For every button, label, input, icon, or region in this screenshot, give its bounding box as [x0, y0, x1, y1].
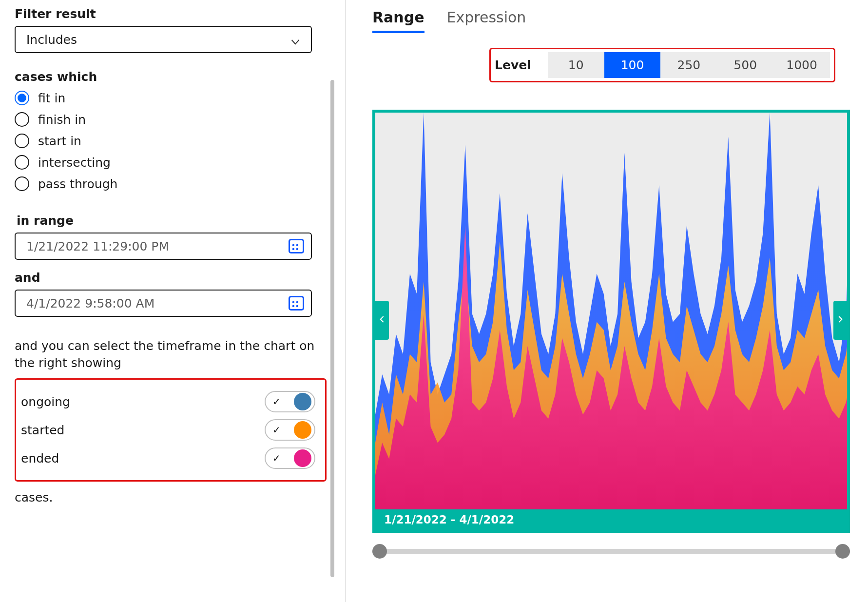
toggle-knob — [294, 421, 311, 439]
radio-label: finish in — [38, 113, 86, 127]
level-selector: Level 101002505001000 — [489, 48, 835, 82]
chart-range-text: 1/21/2022 - 4/1/2022 — [384, 513, 514, 526]
toggle-switch[interactable]: ✓ — [265, 447, 315, 469]
toggle-knob — [294, 393, 311, 410]
chart-range-band: 1/21/2022 - 4/1/2022 — [375, 509, 847, 530]
chart-nav-left[interactable] — [375, 301, 389, 340]
range-to-value: 4/1/2022 9:58:00 AM — [26, 296, 154, 311]
check-icon: ✓ — [272, 452, 281, 464]
chevron-left-icon — [378, 313, 386, 327]
level-option-250[interactable]: 250 — [660, 52, 717, 78]
radio-option-start-in[interactable]: start in — [15, 134, 330, 148]
range-to-field[interactable]: 4/1/2022 9:58:00 AM — [15, 290, 312, 317]
level-option-10[interactable]: 10 — [548, 52, 604, 78]
level-option-1000[interactable]: 1000 — [773, 52, 830, 78]
timeframe-slider[interactable] — [372, 545, 850, 557]
radio-option-fit-in[interactable]: fit in — [15, 91, 330, 105]
scrollbar[interactable] — [330, 80, 334, 577]
series-toggle-ended: ended✓ — [21, 444, 315, 472]
radio-option-intersecting[interactable]: intersecting — [15, 155, 330, 170]
toggle-label: ended — [21, 451, 59, 466]
level-label: Level — [495, 58, 531, 72]
radio-icon — [15, 155, 29, 170]
timeframe-chart[interactable]: 1/21/2022 - 4/1/2022 — [372, 110, 850, 533]
chevron-down-icon — [290, 36, 300, 45]
and-label: and — [15, 271, 330, 285]
radio-icon — [15, 134, 29, 148]
calendar-icon[interactable] — [289, 239, 304, 253]
slider-thumb-start[interactable] — [372, 544, 387, 559]
series-toggle-started: started✓ — [21, 416, 315, 444]
radio-option-finish-in[interactable]: finish in — [15, 112, 330, 127]
chart-nav-right[interactable] — [833, 301, 847, 340]
toggle-switch[interactable]: ✓ — [265, 419, 315, 441]
check-icon: ✓ — [272, 424, 281, 436]
check-icon: ✓ — [272, 396, 281, 408]
filter-result-label: Filter result — [15, 7, 330, 21]
slider-track — [372, 549, 850, 554]
toggle-knob — [294, 449, 311, 467]
toggle-switch[interactable]: ✓ — [265, 391, 315, 412]
radio-label: pass through — [38, 177, 117, 191]
chevron-right-icon — [836, 313, 844, 327]
range-from-field[interactable]: 1/21/2022 11:29:00 PM — [15, 233, 312, 260]
range-from-value: 1/21/2022 11:29:00 PM — [26, 239, 169, 253]
series-toggle-ongoing: ongoing✓ — [21, 388, 315, 416]
tab-range[interactable]: Range — [372, 9, 424, 33]
calendar-icon[interactable] — [289, 296, 304, 311]
radio-option-pass-through[interactable]: pass through — [15, 176, 330, 191]
in-range-label: in range — [17, 214, 330, 228]
level-option-100[interactable]: 100 — [604, 52, 661, 78]
level-option-500[interactable]: 500 — [717, 52, 773, 78]
series-toggle-group: ongoing✓started✓ended✓ — [15, 378, 327, 482]
radio-icon — [15, 112, 29, 127]
toggle-label: ongoing — [21, 395, 70, 409]
radio-icon — [15, 176, 29, 191]
radio-label: fit in — [38, 91, 65, 105]
radio-label: intersecting — [38, 155, 111, 170]
filter-result-select[interactable]: Includes — [15, 26, 312, 53]
toggle-label: started — [21, 423, 64, 437]
tab-expression[interactable]: Expression — [447, 9, 526, 33]
radio-icon — [15, 91, 29, 105]
slider-thumb-end[interactable] — [835, 544, 850, 559]
cases-word: cases. — [15, 490, 330, 505]
cases-which-label: cases which — [15, 70, 330, 84]
helper-text: and you can select the timeframe in the … — [15, 337, 317, 371]
radio-label: start in — [38, 134, 81, 148]
filter-result-value: Includes — [26, 33, 77, 47]
